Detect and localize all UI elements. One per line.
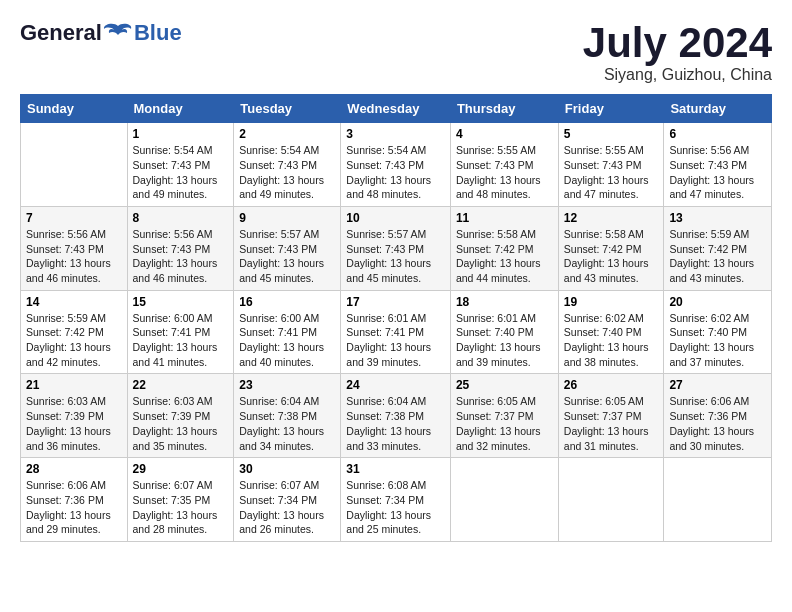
day-info: Sunrise: 5:58 AM Sunset: 7:42 PM Dayligh… bbox=[456, 227, 553, 286]
calendar-cell: 17Sunrise: 6:01 AM Sunset: 7:41 PM Dayli… bbox=[341, 290, 451, 374]
day-info: Sunrise: 5:55 AM Sunset: 7:43 PM Dayligh… bbox=[456, 143, 553, 202]
calendar-cell: 18Sunrise: 6:01 AM Sunset: 7:40 PM Dayli… bbox=[450, 290, 558, 374]
calendar-cell bbox=[450, 458, 558, 542]
day-info: Sunrise: 6:07 AM Sunset: 7:34 PM Dayligh… bbox=[239, 478, 335, 537]
day-info: Sunrise: 6:01 AM Sunset: 7:41 PM Dayligh… bbox=[346, 311, 445, 370]
calendar-cell: 4Sunrise: 5:55 AM Sunset: 7:43 PM Daylig… bbox=[450, 123, 558, 207]
day-info: Sunrise: 6:04 AM Sunset: 7:38 PM Dayligh… bbox=[239, 394, 335, 453]
calendar-cell bbox=[664, 458, 772, 542]
day-number: 5 bbox=[564, 127, 659, 141]
weekday-header: Tuesday bbox=[234, 95, 341, 123]
day-info: Sunrise: 5:57 AM Sunset: 7:43 PM Dayligh… bbox=[346, 227, 445, 286]
calendar-cell: 23Sunrise: 6:04 AM Sunset: 7:38 PM Dayli… bbox=[234, 374, 341, 458]
weekday-header: Wednesday bbox=[341, 95, 451, 123]
day-number: 10 bbox=[346, 211, 445, 225]
calendar-cell: 3Sunrise: 5:54 AM Sunset: 7:43 PM Daylig… bbox=[341, 123, 451, 207]
month-title: July 2024 bbox=[583, 20, 772, 66]
day-number: 31 bbox=[346, 462, 445, 476]
calendar-table: SundayMondayTuesdayWednesdayThursdayFrid… bbox=[20, 94, 772, 542]
calendar-cell: 25Sunrise: 6:05 AM Sunset: 7:37 PM Dayli… bbox=[450, 374, 558, 458]
calendar-cell: 27Sunrise: 6:06 AM Sunset: 7:36 PM Dayli… bbox=[664, 374, 772, 458]
day-number: 19 bbox=[564, 295, 659, 309]
calendar-week-row: 14Sunrise: 5:59 AM Sunset: 7:42 PM Dayli… bbox=[21, 290, 772, 374]
calendar-cell: 28Sunrise: 6:06 AM Sunset: 7:36 PM Dayli… bbox=[21, 458, 128, 542]
day-info: Sunrise: 6:05 AM Sunset: 7:37 PM Dayligh… bbox=[564, 394, 659, 453]
day-info: Sunrise: 6:02 AM Sunset: 7:40 PM Dayligh… bbox=[564, 311, 659, 370]
day-info: Sunrise: 5:59 AM Sunset: 7:42 PM Dayligh… bbox=[669, 227, 766, 286]
day-info: Sunrise: 6:00 AM Sunset: 7:41 PM Dayligh… bbox=[239, 311, 335, 370]
calendar-cell: 11Sunrise: 5:58 AM Sunset: 7:42 PM Dayli… bbox=[450, 206, 558, 290]
calendar-cell bbox=[21, 123, 128, 207]
calendar-cell: 20Sunrise: 6:02 AM Sunset: 7:40 PM Dayli… bbox=[664, 290, 772, 374]
calendar-cell: 2Sunrise: 5:54 AM Sunset: 7:43 PM Daylig… bbox=[234, 123, 341, 207]
calendar-cell: 19Sunrise: 6:02 AM Sunset: 7:40 PM Dayli… bbox=[558, 290, 664, 374]
day-number: 2 bbox=[239, 127, 335, 141]
day-number: 1 bbox=[133, 127, 229, 141]
calendar-cell: 14Sunrise: 5:59 AM Sunset: 7:42 PM Dayli… bbox=[21, 290, 128, 374]
day-number: 4 bbox=[456, 127, 553, 141]
logo-general: General bbox=[20, 20, 102, 46]
day-info: Sunrise: 5:58 AM Sunset: 7:42 PM Dayligh… bbox=[564, 227, 659, 286]
calendar-cell: 16Sunrise: 6:00 AM Sunset: 7:41 PM Dayli… bbox=[234, 290, 341, 374]
day-info: Sunrise: 5:56 AM Sunset: 7:43 PM Dayligh… bbox=[133, 227, 229, 286]
title-block: July 2024 Siyang, Guizhou, China bbox=[583, 20, 772, 84]
calendar-week-row: 7Sunrise: 5:56 AM Sunset: 7:43 PM Daylig… bbox=[21, 206, 772, 290]
day-number: 29 bbox=[133, 462, 229, 476]
day-number: 27 bbox=[669, 378, 766, 392]
day-number: 13 bbox=[669, 211, 766, 225]
logo-blue: Blue bbox=[134, 20, 182, 46]
day-info: Sunrise: 6:05 AM Sunset: 7:37 PM Dayligh… bbox=[456, 394, 553, 453]
day-info: Sunrise: 6:04 AM Sunset: 7:38 PM Dayligh… bbox=[346, 394, 445, 453]
day-number: 22 bbox=[133, 378, 229, 392]
calendar-cell: 12Sunrise: 5:58 AM Sunset: 7:42 PM Dayli… bbox=[558, 206, 664, 290]
page-header: GeneralBlue July 2024 Siyang, Guizhou, C… bbox=[20, 20, 772, 84]
calendar-cell: 9Sunrise: 5:57 AM Sunset: 7:43 PM Daylig… bbox=[234, 206, 341, 290]
day-number: 18 bbox=[456, 295, 553, 309]
calendar-week-row: 1Sunrise: 5:54 AM Sunset: 7:43 PM Daylig… bbox=[21, 123, 772, 207]
logo: GeneralBlue bbox=[20, 20, 182, 46]
calendar-week-row: 28Sunrise: 6:06 AM Sunset: 7:36 PM Dayli… bbox=[21, 458, 772, 542]
day-number: 20 bbox=[669, 295, 766, 309]
logo-bird-icon bbox=[103, 22, 133, 44]
day-info: Sunrise: 5:56 AM Sunset: 7:43 PM Dayligh… bbox=[669, 143, 766, 202]
day-info: Sunrise: 5:54 AM Sunset: 7:43 PM Dayligh… bbox=[133, 143, 229, 202]
weekday-header: Friday bbox=[558, 95, 664, 123]
day-info: Sunrise: 6:07 AM Sunset: 7:35 PM Dayligh… bbox=[133, 478, 229, 537]
day-info: Sunrise: 6:00 AM Sunset: 7:41 PM Dayligh… bbox=[133, 311, 229, 370]
day-number: 9 bbox=[239, 211, 335, 225]
day-number: 24 bbox=[346, 378, 445, 392]
day-number: 15 bbox=[133, 295, 229, 309]
calendar-body: 1Sunrise: 5:54 AM Sunset: 7:43 PM Daylig… bbox=[21, 123, 772, 542]
calendar-cell: 8Sunrise: 5:56 AM Sunset: 7:43 PM Daylig… bbox=[127, 206, 234, 290]
day-number: 12 bbox=[564, 211, 659, 225]
day-info: Sunrise: 6:03 AM Sunset: 7:39 PM Dayligh… bbox=[133, 394, 229, 453]
calendar-cell: 13Sunrise: 5:59 AM Sunset: 7:42 PM Dayli… bbox=[664, 206, 772, 290]
calendar-cell: 21Sunrise: 6:03 AM Sunset: 7:39 PM Dayli… bbox=[21, 374, 128, 458]
calendar-cell: 5Sunrise: 5:55 AM Sunset: 7:43 PM Daylig… bbox=[558, 123, 664, 207]
day-info: Sunrise: 6:08 AM Sunset: 7:34 PM Dayligh… bbox=[346, 478, 445, 537]
day-number: 26 bbox=[564, 378, 659, 392]
day-info: Sunrise: 6:06 AM Sunset: 7:36 PM Dayligh… bbox=[26, 478, 122, 537]
calendar-week-row: 21Sunrise: 6:03 AM Sunset: 7:39 PM Dayli… bbox=[21, 374, 772, 458]
day-number: 30 bbox=[239, 462, 335, 476]
day-info: Sunrise: 6:01 AM Sunset: 7:40 PM Dayligh… bbox=[456, 311, 553, 370]
location: Siyang, Guizhou, China bbox=[583, 66, 772, 84]
calendar-cell: 15Sunrise: 6:00 AM Sunset: 7:41 PM Dayli… bbox=[127, 290, 234, 374]
calendar-cell: 1Sunrise: 5:54 AM Sunset: 7:43 PM Daylig… bbox=[127, 123, 234, 207]
calendar-cell: 26Sunrise: 6:05 AM Sunset: 7:37 PM Dayli… bbox=[558, 374, 664, 458]
day-number: 16 bbox=[239, 295, 335, 309]
weekday-header: Saturday bbox=[664, 95, 772, 123]
day-number: 6 bbox=[669, 127, 766, 141]
day-number: 23 bbox=[239, 378, 335, 392]
calendar-cell: 24Sunrise: 6:04 AM Sunset: 7:38 PM Dayli… bbox=[341, 374, 451, 458]
calendar-header: SundayMondayTuesdayWednesdayThursdayFrid… bbox=[21, 95, 772, 123]
weekday-header: Monday bbox=[127, 95, 234, 123]
day-info: Sunrise: 5:55 AM Sunset: 7:43 PM Dayligh… bbox=[564, 143, 659, 202]
day-number: 7 bbox=[26, 211, 122, 225]
day-number: 28 bbox=[26, 462, 122, 476]
calendar-cell: 6Sunrise: 5:56 AM Sunset: 7:43 PM Daylig… bbox=[664, 123, 772, 207]
day-info: Sunrise: 6:02 AM Sunset: 7:40 PM Dayligh… bbox=[669, 311, 766, 370]
day-number: 25 bbox=[456, 378, 553, 392]
calendar-cell: 31Sunrise: 6:08 AM Sunset: 7:34 PM Dayli… bbox=[341, 458, 451, 542]
day-info: Sunrise: 5:57 AM Sunset: 7:43 PM Dayligh… bbox=[239, 227, 335, 286]
